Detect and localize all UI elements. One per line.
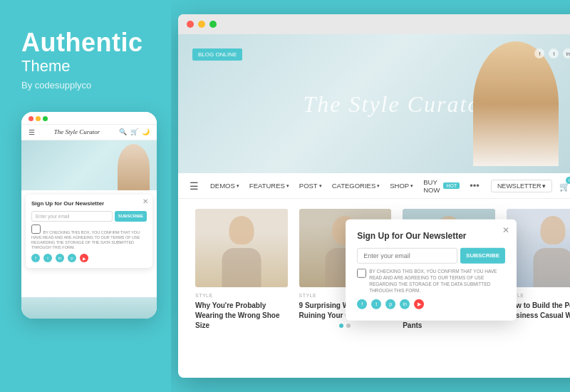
mobile-topbar <box>21 112 157 125</box>
popup-instagram-icon[interactable]: in <box>400 299 410 309</box>
mobile-nav: ☰ The Style Curator 🔍 🛒 🌙 <box>21 125 157 140</box>
navbar-hamburger-icon[interactable]: ☰ <box>190 180 199 192</box>
navbar-right: NEWSLETTER ▾ 🛒 0 🔍 👤 <box>491 180 570 192</box>
mobile-nav-icons: 🔍 🛒 🌙 <box>119 128 150 135</box>
card-title-1: Why You're Probably Wearing the Wrong Sh… <box>195 301 288 331</box>
card-tag-1: STYLE <box>195 293 288 298</box>
pagination-dots <box>299 324 392 328</box>
mobile-terms-checkbox[interactable] <box>31 225 41 234</box>
pagination-dot-1 <box>339 324 343 328</box>
card-image-1 <box>195 209 288 287</box>
cart-badge: 0 <box>566 177 570 184</box>
person-body-1 <box>222 248 261 287</box>
person-body-4 <box>533 248 570 287</box>
mobile-hamburger-icon: ☰ <box>28 128 35 136</box>
popup-youtube-icon[interactable]: ▶ <box>414 299 424 309</box>
card-person-1 <box>195 209 288 287</box>
mobile-newsletter-title: Sign Up for Our Newsletter <box>31 200 147 207</box>
left-panel: Authentic Theme By codesupplyco ☰ The St… <box>0 0 171 392</box>
mobile-logo: The Style Curator <box>54 128 100 135</box>
mobile-instagram-icon[interactable]: in <box>56 254 64 262</box>
mobile-social-icons: f t in p ▶ <box>31 254 147 262</box>
mobile-dot-yellow <box>36 116 41 121</box>
mobile-dot-red <box>28 116 33 121</box>
browser-dot-green <box>209 21 217 28</box>
right-panel: BLOG ONLINE The Style Curator f t in p ▶… <box>171 0 570 392</box>
site-content: STYLE Why You're Probably Wearing the Wr… <box>178 199 570 341</box>
browser-dot-red <box>187 21 194 28</box>
mobile-cart-icon: 🛒 <box>130 128 138 135</box>
mobile-mockup: ☰ The Style Curator 🔍 🛒 🌙 ✕ Sign Up for … <box>21 112 157 319</box>
browser-dot-yellow <box>198 21 205 28</box>
browser-window: BLOG ONLINE The Style Curator f t in p ▶… <box>178 14 570 378</box>
content-card-1: STYLE Why You're Probably Wearing the Wr… <box>190 209 294 331</box>
mobile-youtube-icon[interactable]: ▶ <box>80 254 88 262</box>
mobile-subscribe-button[interactable]: SUBSCRIBE <box>115 211 147 222</box>
hero-facebook-icon[interactable]: f <box>534 48 544 58</box>
popup-subscribe-button[interactable]: SUBSCRIBE <box>460 247 505 263</box>
mobile-email-field[interactable]: Enter your email <box>31 211 113 222</box>
cart-icon-wrap: 🛒 0 <box>559 180 570 192</box>
person-head-4 <box>540 216 565 244</box>
popup-title: Sign Up for Our Newsletter <box>357 230 505 240</box>
mobile-close-icon[interactable]: ✕ <box>142 197 148 205</box>
navbar-item-demos[interactable]: DEMOS ▾ <box>210 182 239 190</box>
popup-close-icon[interactable]: ✕ <box>502 225 509 234</box>
hero-instagram-icon[interactable]: in <box>563 48 570 58</box>
mobile-facebook-icon[interactable]: f <box>31 254 40 262</box>
newsletter-popup: ✕ Sign Up for Our Newsletter SUBSCRIBE B… <box>346 219 517 320</box>
mobile-checkbox-text: BY CHECKING THIS BOX, YOU CONFIRM THAT Y… <box>31 225 147 251</box>
popup-checkbox-row: BY CHECKING THIS BOX, YOU CONFIRM THAT Y… <box>357 267 505 293</box>
mobile-twitter-icon[interactable]: t <box>43 254 52 262</box>
mobile-search-icon: 🔍 <box>119 128 127 135</box>
brand-subtitle: Theme <box>21 57 150 76</box>
site-navbar: ☰ DEMOS ▾ FEATURES ▾ POST ▾ CATEGORIES ▾… <box>178 173 570 199</box>
buy-now-badge: HOT <box>443 182 460 189</box>
popup-twitter-icon[interactable]: t <box>371 299 381 309</box>
brand-by: By codesupplyco <box>21 80 150 91</box>
hero-badge: BLOG ONLINE <box>192 48 242 61</box>
browser-content: BLOG ONLINE The Style Curator f t in p ▶… <box>178 34 570 378</box>
navbar-item-features[interactable]: FEATURES ▾ <box>249 182 289 190</box>
brand-title: Authentic <box>21 29 150 57</box>
site-hero-logo: The Style Curator <box>304 91 491 117</box>
navbar-more-icon[interactable]: ••• <box>470 180 480 191</box>
person-head-1 <box>229 216 254 244</box>
mobile-email-placeholder: Enter your email <box>36 214 69 219</box>
navbar-item-buynow[interactable]: BUY NOW HOT <box>423 178 460 194</box>
popup-terms-checkbox[interactable] <box>357 268 366 277</box>
newsletter-button[interactable]: NEWSLETTER ▾ <box>491 180 553 192</box>
mobile-hero <box>21 140 157 190</box>
browser-topbar <box>178 14 570 34</box>
navbar-items: DEMOS ▾ FEATURES ▾ POST ▾ CATEGORIES ▾ S… <box>210 178 480 194</box>
popup-social-icons: f t p in ▶ <box>357 299 505 309</box>
navbar-item-categories[interactable]: CATEGORIES ▾ <box>332 182 380 190</box>
mobile-moon-icon: 🌙 <box>142 128 150 135</box>
mobile-dot-green <box>43 116 48 121</box>
navbar-item-post[interactable]: POST ▾ <box>299 182 322 190</box>
popup-pinterest-icon[interactable]: p <box>385 299 395 309</box>
mobile-pinterest-icon[interactable]: p <box>68 254 76 262</box>
popup-facebook-icon[interactable]: f <box>357 299 367 309</box>
hero-social-icons: f t in p ▶ <box>534 48 570 58</box>
mobile-hero-person <box>118 144 150 190</box>
popup-input-row: SUBSCRIBE <box>357 247 505 263</box>
site-hero-person <box>473 41 559 166</box>
hero-twitter-icon[interactable]: t <box>549 48 559 58</box>
mobile-newsletter-popup: ✕ Sign Up for Our Newsletter Enter your … <box>26 195 152 269</box>
pagination-dot-2 <box>346 324 351 328</box>
mobile-traffic-lights <box>28 116 48 121</box>
mobile-newsletter-input-row: Enter your email SUBSCRIBE <box>31 211 147 222</box>
mobile-bottom-strip <box>21 297 157 319</box>
popup-email-field[interactable] <box>357 247 457 263</box>
navbar-item-shop[interactable]: SHOP ▾ <box>390 182 413 190</box>
popup-terms-text: BY CHECKING THIS BOX, YOU CONFIRM THAT Y… <box>369 267 505 293</box>
site-hero: BLOG ONLINE The Style Curator f t in p ▶ <box>178 34 570 173</box>
